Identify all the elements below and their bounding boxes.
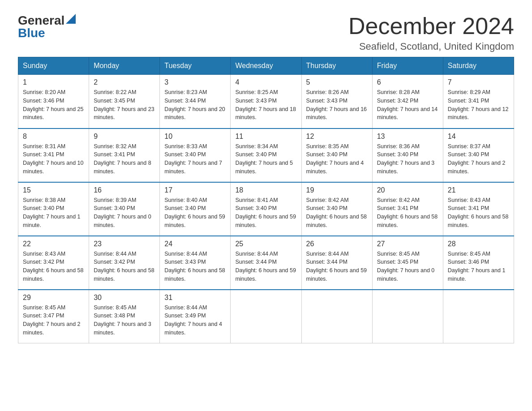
svg-marker-0 bbox=[66, 14, 76, 24]
weekday-header-monday: Monday bbox=[89, 57, 160, 75]
day-info: Sunrise: 8:37 AM Sunset: 3:40 PM Dayligh… bbox=[448, 142, 509, 176]
day-number: 19 bbox=[306, 186, 368, 194]
weekday-header-wednesday: Wednesday bbox=[231, 57, 301, 75]
calendar-cell: 2 Sunrise: 8:22 AM Sunset: 3:45 PM Dayli… bbox=[89, 75, 160, 128]
calendar-week-row: 15 Sunrise: 8:38 AM Sunset: 3:40 PM Dayl… bbox=[18, 182, 514, 236]
calendar-cell: 4 Sunrise: 8:25 AM Sunset: 3:43 PM Dayli… bbox=[231, 75, 301, 128]
calendar-cell: 24 Sunrise: 8:44 AM Sunset: 3:43 PM Dayl… bbox=[160, 236, 231, 290]
calendar-cell: 23 Sunrise: 8:44 AM Sunset: 3:42 PM Dayl… bbox=[89, 236, 160, 290]
calendar-cell bbox=[372, 290, 443, 343]
day-number: 15 bbox=[23, 186, 84, 194]
calendar-cell: 21 Sunrise: 8:43 AM Sunset: 3:41 PM Dayl… bbox=[443, 182, 514, 236]
day-number: 25 bbox=[235, 240, 296, 248]
location-title: Seafield, Scotland, United Kingdom bbox=[348, 41, 514, 52]
day-number: 21 bbox=[448, 186, 509, 194]
calendar-cell: 1 Sunrise: 8:20 AM Sunset: 3:46 PM Dayli… bbox=[18, 75, 89, 128]
day-info: Sunrise: 8:42 AM Sunset: 3:40 PM Dayligh… bbox=[306, 196, 368, 230]
day-info: Sunrise: 8:39 AM Sunset: 3:40 PM Dayligh… bbox=[94, 196, 155, 230]
day-info: Sunrise: 8:29 AM Sunset: 3:41 PM Dayligh… bbox=[448, 88, 509, 122]
day-info: Sunrise: 8:31 AM Sunset: 3:41 PM Dayligh… bbox=[23, 142, 84, 176]
month-title: December 2024 bbox=[348, 13, 514, 39]
day-number: 22 bbox=[23, 240, 84, 248]
calendar-week-row: 8 Sunrise: 8:31 AM Sunset: 3:41 PM Dayli… bbox=[18, 128, 514, 182]
calendar-cell: 20 Sunrise: 8:42 AM Sunset: 3:41 PM Dayl… bbox=[372, 182, 443, 236]
day-info: Sunrise: 8:28 AM Sunset: 3:42 PM Dayligh… bbox=[377, 88, 438, 122]
day-number: 6 bbox=[377, 78, 438, 86]
day-info: Sunrise: 8:38 AM Sunset: 3:40 PM Dayligh… bbox=[23, 196, 84, 230]
day-info: Sunrise: 8:32 AM Sunset: 3:41 PM Dayligh… bbox=[94, 142, 155, 176]
calendar-cell: 7 Sunrise: 8:29 AM Sunset: 3:41 PM Dayli… bbox=[443, 75, 514, 128]
calendar-cell: 14 Sunrise: 8:37 AM Sunset: 3:40 PM Dayl… bbox=[443, 128, 514, 182]
calendar-cell: 13 Sunrise: 8:36 AM Sunset: 3:40 PM Dayl… bbox=[372, 128, 443, 182]
day-number: 24 bbox=[164, 240, 226, 248]
calendar-week-row: 1 Sunrise: 8:20 AM Sunset: 3:46 PM Dayli… bbox=[18, 75, 514, 128]
calendar-cell: 18 Sunrise: 8:41 AM Sunset: 3:40 PM Dayl… bbox=[231, 182, 301, 236]
day-info: Sunrise: 8:44 AM Sunset: 3:49 PM Dayligh… bbox=[164, 304, 226, 337]
day-number: 5 bbox=[306, 78, 368, 86]
day-info: Sunrise: 8:23 AM Sunset: 3:44 PM Dayligh… bbox=[164, 88, 226, 122]
day-number: 27 bbox=[377, 240, 438, 248]
calendar-cell: 6 Sunrise: 8:28 AM Sunset: 3:42 PM Dayli… bbox=[372, 75, 443, 128]
day-info: Sunrise: 8:34 AM Sunset: 3:40 PM Dayligh… bbox=[235, 142, 296, 176]
day-number: 3 bbox=[164, 78, 226, 86]
day-number: 29 bbox=[23, 294, 84, 302]
day-info: Sunrise: 8:25 AM Sunset: 3:43 PM Dayligh… bbox=[235, 88, 296, 122]
calendar-cell: 25 Sunrise: 8:44 AM Sunset: 3:44 PM Dayl… bbox=[231, 236, 301, 290]
calendar-table: SundayMondayTuesdayWednesdayThursdayFrid… bbox=[18, 57, 514, 343]
day-info: Sunrise: 8:45 AM Sunset: 3:47 PM Dayligh… bbox=[23, 304, 84, 337]
calendar-cell: 11 Sunrise: 8:34 AM Sunset: 3:40 PM Dayl… bbox=[231, 128, 301, 182]
day-number: 8 bbox=[23, 133, 84, 141]
title-block: December 2024 Seafield, Scotland, United… bbox=[348, 13, 514, 52]
day-info: Sunrise: 8:44 AM Sunset: 3:43 PM Dayligh… bbox=[164, 250, 226, 283]
calendar-cell: 15 Sunrise: 8:38 AM Sunset: 3:40 PM Dayl… bbox=[18, 182, 89, 236]
page-header: General Blue December 2024 Seafield, Sco… bbox=[18, 13, 514, 52]
day-number: 11 bbox=[235, 133, 296, 141]
day-number: 13 bbox=[377, 133, 438, 141]
day-info: Sunrise: 8:44 AM Sunset: 3:44 PM Dayligh… bbox=[235, 250, 296, 283]
day-info: Sunrise: 8:44 AM Sunset: 3:44 PM Dayligh… bbox=[306, 250, 368, 283]
logo-blue-text: Blue bbox=[18, 26, 45, 40]
day-number: 26 bbox=[306, 240, 368, 248]
calendar-cell bbox=[231, 290, 301, 343]
calendar-cell: 19 Sunrise: 8:42 AM Sunset: 3:40 PM Dayl… bbox=[301, 182, 372, 236]
day-info: Sunrise: 8:43 AM Sunset: 3:42 PM Dayligh… bbox=[23, 250, 84, 283]
calendar-cell: 9 Sunrise: 8:32 AM Sunset: 3:41 PM Dayli… bbox=[89, 128, 160, 182]
day-info: Sunrise: 8:35 AM Sunset: 3:40 PM Dayligh… bbox=[306, 142, 368, 176]
day-number: 1 bbox=[23, 78, 84, 86]
day-info: Sunrise: 8:45 AM Sunset: 3:48 PM Dayligh… bbox=[94, 304, 155, 337]
day-number: 4 bbox=[235, 78, 296, 86]
calendar-cell: 26 Sunrise: 8:44 AM Sunset: 3:44 PM Dayl… bbox=[301, 236, 372, 290]
calendar-cell: 30 Sunrise: 8:45 AM Sunset: 3:48 PM Dayl… bbox=[89, 290, 160, 343]
logo-triangle-icon bbox=[66, 14, 76, 24]
day-info: Sunrise: 8:45 AM Sunset: 3:46 PM Dayligh… bbox=[448, 250, 509, 283]
day-info: Sunrise: 8:36 AM Sunset: 3:40 PM Dayligh… bbox=[377, 142, 438, 176]
day-number: 16 bbox=[94, 186, 155, 194]
weekday-header-row: SundayMondayTuesdayWednesdayThursdayFrid… bbox=[18, 57, 514, 75]
day-number: 14 bbox=[448, 133, 509, 141]
calendar-cell: 31 Sunrise: 8:44 AM Sunset: 3:49 PM Dayl… bbox=[160, 290, 231, 343]
day-number: 12 bbox=[306, 133, 368, 141]
day-number: 17 bbox=[164, 186, 226, 194]
calendar-cell: 28 Sunrise: 8:45 AM Sunset: 3:46 PM Dayl… bbox=[443, 236, 514, 290]
calendar-cell: 5 Sunrise: 8:26 AM Sunset: 3:43 PM Dayli… bbox=[301, 75, 372, 128]
day-info: Sunrise: 8:20 AM Sunset: 3:46 PM Dayligh… bbox=[23, 88, 84, 122]
calendar-cell: 22 Sunrise: 8:43 AM Sunset: 3:42 PM Dayl… bbox=[18, 236, 89, 290]
day-info: Sunrise: 8:45 AM Sunset: 3:45 PM Dayligh… bbox=[377, 250, 438, 283]
day-number: 30 bbox=[94, 294, 155, 302]
day-number: 23 bbox=[94, 240, 155, 248]
day-number: 2 bbox=[94, 78, 155, 86]
day-number: 20 bbox=[377, 186, 438, 194]
weekday-header-tuesday: Tuesday bbox=[160, 57, 231, 75]
weekday-header-saturday: Saturday bbox=[443, 57, 514, 75]
day-info: Sunrise: 8:26 AM Sunset: 3:43 PM Dayligh… bbox=[306, 88, 368, 122]
day-number: 10 bbox=[164, 133, 226, 141]
day-info: Sunrise: 8:22 AM Sunset: 3:45 PM Dayligh… bbox=[94, 88, 155, 122]
calendar-cell bbox=[301, 290, 372, 343]
day-number: 7 bbox=[448, 78, 509, 86]
calendar-cell: 8 Sunrise: 8:31 AM Sunset: 3:41 PM Dayli… bbox=[18, 128, 89, 182]
calendar-cell bbox=[443, 290, 514, 343]
day-number: 9 bbox=[94, 133, 155, 141]
day-number: 31 bbox=[164, 294, 226, 302]
weekday-header-friday: Friday bbox=[372, 57, 443, 75]
weekday-header-thursday: Thursday bbox=[301, 57, 372, 75]
